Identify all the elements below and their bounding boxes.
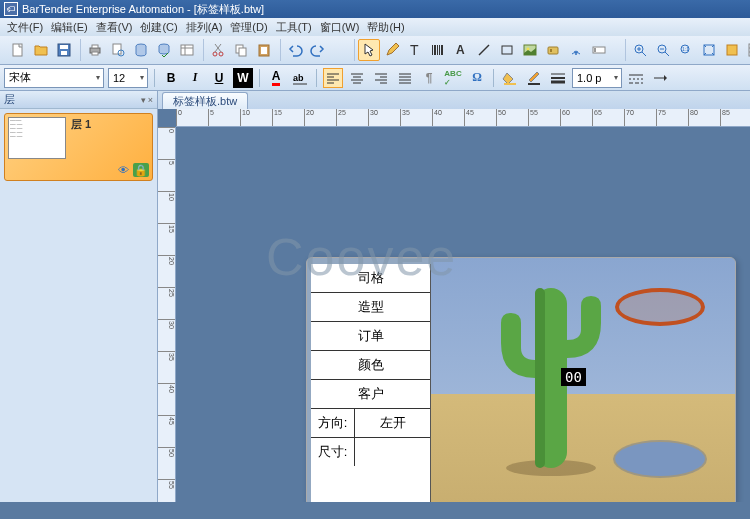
inverse-button[interactable]: W — [233, 68, 253, 88]
svg-rect-28 — [502, 46, 512, 54]
menu-bar: 文件(F) 编辑(E) 查看(V) 创建(C) 排列(A) 管理(D) 工具(T… — [0, 18, 750, 36]
input-tool[interactable] — [588, 39, 610, 61]
shape-tool[interactable] — [496, 39, 518, 61]
svg-rect-22 — [434, 45, 436, 55]
label-row-kehu: 客户 — [311, 380, 430, 409]
text-a-tool[interactable]: A — [450, 39, 472, 61]
svg-rect-11 — [181, 45, 193, 55]
menu-help[interactable]: 帮助(H) — [364, 19, 407, 36]
zoom-fit-button[interactable] — [698, 39, 720, 61]
open-button[interactable] — [30, 39, 52, 61]
fill-color-button[interactable] — [500, 68, 520, 88]
ruler-vertical: 0510152025303540455055 — [158, 127, 176, 502]
panel-close-icon[interactable]: × — [148, 95, 153, 105]
svg-text:ab: ab — [293, 73, 304, 83]
new-button[interactable] — [7, 39, 29, 61]
svg-point-14 — [213, 52, 217, 56]
svg-rect-24 — [439, 45, 440, 55]
font-size-combo[interactable]: 12 — [108, 68, 148, 88]
zoom-region-button[interactable] — [721, 39, 743, 61]
zoom-in-button[interactable] — [629, 39, 651, 61]
print-preview-button[interactable] — [107, 39, 129, 61]
menu-admin[interactable]: 管理(D) — [227, 19, 270, 36]
label-direction-label: 方向: — [311, 409, 355, 437]
layer-visibility-icon[interactable]: 👁 — [115, 163, 131, 177]
paragraph-button[interactable]: ¶ — [419, 68, 439, 88]
svg-rect-21 — [432, 45, 433, 55]
svg-line-27 — [479, 45, 489, 55]
italic-button[interactable]: I — [185, 68, 205, 88]
panel-pin-icon[interactable]: ▾ — [141, 95, 146, 105]
db-browse-button[interactable] — [176, 39, 198, 61]
line-weight-combo[interactable]: 1.0 p — [572, 68, 622, 88]
label-row-yanse: 颜色 — [311, 351, 430, 380]
zoom-out-button[interactable] — [652, 39, 674, 61]
svg-rect-25 — [441, 45, 443, 55]
dash-style-button[interactable] — [626, 68, 646, 88]
redo-button[interactable] — [307, 39, 329, 61]
layer-lock-icon[interactable]: 🔒 — [133, 163, 149, 177]
menu-edit[interactable]: 编辑(E) — [48, 19, 91, 36]
line-style-button[interactable] — [548, 68, 568, 88]
underline-button[interactable]: U — [209, 68, 229, 88]
symbol-button[interactable]: Ω — [467, 68, 487, 88]
canvas[interactable]: Coovee 司格 造型 订单 颜色 客户 方向: 左开 尺寸: — [176, 127, 750, 502]
database-button[interactable] — [130, 39, 152, 61]
svg-rect-5 — [92, 45, 98, 48]
label-object[interactable]: 司格 造型 订单 颜色 客户 方向: 左开 尺寸: — [306, 257, 736, 502]
cut-button[interactable] — [207, 39, 229, 61]
db-connect-button[interactable] — [153, 39, 175, 61]
font-color-button[interactable]: A — [266, 68, 286, 88]
menu-view[interactable]: 查看(V) — [93, 19, 136, 36]
save-button[interactable] — [53, 39, 75, 61]
edit-tool[interactable] — [381, 39, 403, 61]
menu-tools[interactable]: 工具(T) — [273, 19, 315, 36]
label-table: 司格 造型 订单 颜色 客户 方向: 左开 尺寸: — [311, 264, 431, 502]
encoder-tool[interactable] — [542, 39, 564, 61]
zoom-100-button[interactable]: 1:1 — [675, 39, 697, 61]
count-badge: 00 — [561, 368, 586, 386]
pointer-tool[interactable] — [358, 39, 380, 61]
grid-button[interactable] — [744, 39, 750, 61]
label-size-value — [355, 438, 430, 466]
align-left-button[interactable] — [323, 68, 343, 88]
menu-arrange[interactable]: 排列(A) — [183, 19, 226, 36]
arrow-style-button[interactable] — [650, 68, 670, 88]
svg-line-41 — [665, 52, 669, 56]
spellcheck-button[interactable]: ABC✓ — [443, 68, 463, 88]
rfid-tool[interactable] — [565, 39, 587, 61]
svg-rect-71 — [528, 83, 540, 85]
paste-button[interactable] — [253, 39, 275, 61]
document-tab-strip: 标签样板.btw — [158, 91, 750, 109]
toolbar-main: T A 1:1 — [0, 36, 750, 65]
align-justify-button[interactable] — [395, 68, 415, 88]
picture-tool[interactable] — [519, 39, 541, 61]
align-right-button[interactable] — [371, 68, 391, 88]
print-button[interactable] — [84, 39, 106, 61]
font-combo[interactable]: 宋体 — [4, 68, 104, 88]
line-color-button[interactable] — [524, 68, 544, 88]
menu-create[interactable]: 创建(C) — [137, 19, 180, 36]
line-tool[interactable] — [473, 39, 495, 61]
text-tool[interactable]: T — [404, 39, 426, 61]
barcode-tool[interactable] — [427, 39, 449, 61]
label-row-sige: 司格 — [311, 264, 430, 293]
label-row-dingdan: 订单 — [311, 322, 430, 351]
title-bar: 🏷 BarTender Enterprise Automation - [标签样… — [0, 0, 750, 18]
undo-button[interactable] — [284, 39, 306, 61]
svg-text:1:1: 1:1 — [682, 46, 689, 52]
svg-rect-17 — [239, 48, 246, 56]
menu-file[interactable]: 文件(F) — [4, 19, 46, 36]
svg-rect-19 — [261, 47, 267, 54]
char-spacing-button[interactable]: ab — [290, 68, 310, 88]
menu-window[interactable]: 窗口(W) — [317, 19, 363, 36]
layer-thumbnail: ────── ──── ──── ──── ── — [8, 117, 66, 159]
document-tab[interactable]: 标签样板.btw — [162, 92, 248, 109]
bold-button[interactable]: B — [161, 68, 181, 88]
align-center-button[interactable] — [347, 68, 367, 88]
svg-rect-23 — [437, 45, 438, 55]
svg-rect-70 — [504, 83, 516, 85]
copy-button[interactable] — [230, 39, 252, 61]
svg-rect-2 — [60, 45, 68, 49]
layer-item[interactable]: ────── ──── ──── ──── ── 层 1 👁 🔒 — [4, 113, 153, 181]
